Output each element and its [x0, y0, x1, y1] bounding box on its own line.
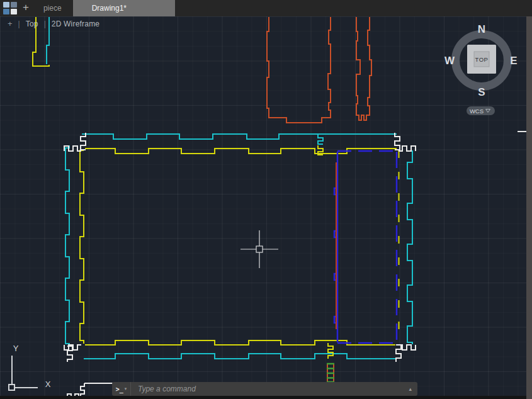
white-joint-marks	[64, 133, 416, 398]
wcs-control[interactable]: WCS	[467, 106, 495, 115]
viewcube-south[interactable]: S	[478, 86, 485, 98]
ucs-y-label: Y	[13, 344, 19, 353]
visual-style-control[interactable]: 2D Wireframe	[52, 20, 99, 28]
autocad-window: + piece Drawing1* + | Top | 2D Wireframe	[0, 0, 532, 399]
app-menu-icon[interactable]	[3, 2, 17, 14]
app-grid-square	[3, 2, 9, 8]
viewport-controls: + | Top | 2D Wireframe	[8, 19, 99, 28]
new-tab-button[interactable]: +	[17, 0, 35, 16]
app-grid-square	[11, 9, 17, 14]
yellow-panel-outline	[80, 145, 399, 359]
viewcube-face-label: TOP	[475, 56, 489, 63]
viewport-menu-button[interactable]: +	[8, 19, 13, 28]
app-grid-square	[11, 2, 17, 8]
viewcube-east[interactable]: E	[510, 55, 517, 67]
cyan-panel-outline	[65, 134, 412, 359]
drawing-canvas[interactable]: N S W E TOP WCS Y X	[0, 16, 526, 399]
separator: |	[18, 20, 20, 28]
pickbox	[256, 246, 263, 252]
ucs-icon	[9, 356, 38, 390]
bottom-strip	[0, 396, 526, 399]
orange-piece-right	[356, 17, 371, 120]
command-input[interactable]: Type a command	[131, 385, 403, 393]
drawing-area: N S W E TOP WCS Y X	[0, 16, 526, 399]
tab-drawing1[interactable]: Drawing1*	[73, 0, 175, 16]
app-grid-square	[3, 9, 9, 14]
command-prompt-menu[interactable]: >_ ▾	[112, 382, 131, 396]
viewcube-west[interactable]: W	[444, 55, 455, 67]
ucs-x-label: X	[45, 379, 51, 389]
tab-piece[interactable]: piece	[35, 0, 73, 16]
separator: |	[44, 20, 46, 28]
orange-piece-left	[267, 17, 331, 123]
dropdown-caret-icon: ▾	[125, 386, 127, 391]
blue-dashed-panel	[334, 151, 397, 343]
wcs-label: WCS	[470, 108, 484, 115]
view-cube[interactable]: N S W E TOP	[444, 23, 518, 98]
view-control[interactable]: Top	[26, 20, 38, 28]
crosshair-cursor	[241, 230, 278, 268]
command-bar: >_ ▾ Type a command ▴	[112, 382, 417, 396]
tab-bar: + piece Drawing1*	[0, 0, 532, 16]
prompt-icon: >_	[116, 386, 123, 393]
small-joint-strip	[327, 363, 334, 382]
command-history-expand-icon[interactable]: ▴	[403, 386, 417, 392]
viewcube-north[interactable]: N	[478, 23, 485, 35]
right-panel-strip	[526, 16, 532, 399]
